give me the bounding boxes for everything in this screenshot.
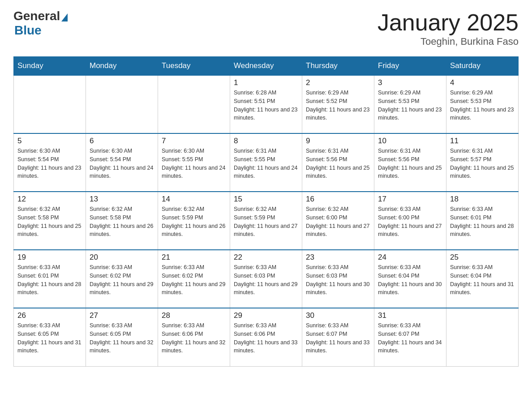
day-info: Sunrise: 6:33 AM Sunset: 6:04 PM Dayligh… (378, 263, 442, 297)
day-info: Sunrise: 6:33 AM Sunset: 6:04 PM Dayligh… (450, 263, 515, 297)
day-info: Sunrise: 6:33 AM Sunset: 6:05 PM Dayligh… (90, 321, 154, 355)
calendar-day-cell: 5Sunrise: 6:30 AM Sunset: 5:54 PM Daylig… (14, 133, 86, 192)
day-info: Sunrise: 6:32 AM Sunset: 6:00 PM Dayligh… (306, 205, 370, 239)
day-info: Sunrise: 6:33 AM Sunset: 6:07 PM Dayligh… (378, 321, 442, 355)
day-info: Sunrise: 6:31 AM Sunset: 5:56 PM Dayligh… (306, 147, 370, 180)
calendar-day-cell: 11Sunrise: 6:31 AM Sunset: 5:57 PM Dayli… (446, 133, 519, 192)
day-number: 8 (234, 137, 298, 146)
calendar-day-cell: 25Sunrise: 6:33 AM Sunset: 6:04 PM Dayli… (446, 250, 519, 308)
day-number: 5 (17, 137, 82, 146)
calendar-week-row: 1Sunrise: 6:28 AM Sunset: 5:51 PM Daylig… (14, 75, 519, 133)
calendar-week-row: 12Sunrise: 6:32 AM Sunset: 5:58 PM Dayli… (14, 192, 519, 250)
day-info: Sunrise: 6:31 AM Sunset: 5:57 PM Dayligh… (450, 147, 515, 180)
calendar-day-cell: 19Sunrise: 6:33 AM Sunset: 6:01 PM Dayli… (14, 250, 86, 308)
calendar-day-cell: 9Sunrise: 6:31 AM Sunset: 5:56 PM Daylig… (302, 133, 374, 192)
calendar-day-cell: 24Sunrise: 6:33 AM Sunset: 6:04 PM Dayli… (374, 250, 446, 308)
calendar-day-cell: 1Sunrise: 6:28 AM Sunset: 5:51 PM Daylig… (230, 75, 302, 133)
calendar-day-cell: 8Sunrise: 6:31 AM Sunset: 5:55 PM Daylig… (230, 133, 302, 192)
day-info: Sunrise: 6:33 AM Sunset: 6:03 PM Dayligh… (306, 263, 370, 297)
day-info: Sunrise: 6:30 AM Sunset: 5:54 PM Dayligh… (17, 147, 82, 180)
calendar-day-cell: 10Sunrise: 6:31 AM Sunset: 5:56 PM Dayli… (374, 133, 446, 192)
day-info: Sunrise: 6:29 AM Sunset: 5:53 PM Dayligh… (450, 89, 515, 122)
day-number: 7 (162, 137, 226, 146)
day-info: Sunrise: 6:30 AM Sunset: 5:55 PM Dayligh… (162, 147, 226, 180)
calendar-day-cell: 21Sunrise: 6:33 AM Sunset: 6:02 PM Dayli… (158, 250, 230, 308)
calendar-day-cell (14, 75, 86, 133)
month-title: January 2025 (378, 9, 519, 36)
day-number: 24 (378, 253, 442, 262)
day-number: 14 (162, 195, 226, 204)
day-info: Sunrise: 6:33 AM Sunset: 6:06 PM Dayligh… (162, 321, 226, 355)
calendar-day-header: Wednesday (230, 57, 302, 76)
calendar-day-header: Friday (374, 57, 446, 76)
location: Toeghin, Burkina Faso (378, 36, 519, 47)
calendar-week-row: 26Sunrise: 6:33 AM Sunset: 6:05 PM Dayli… (14, 308, 519, 366)
day-info: Sunrise: 6:30 AM Sunset: 5:54 PM Dayligh… (90, 147, 154, 180)
day-info: Sunrise: 6:28 AM Sunset: 5:51 PM Dayligh… (234, 89, 298, 122)
calendar-day-cell: 16Sunrise: 6:32 AM Sunset: 6:00 PM Dayli… (302, 192, 374, 250)
day-info: Sunrise: 6:31 AM Sunset: 5:56 PM Dayligh… (378, 147, 442, 180)
day-number: 19 (17, 253, 82, 262)
calendar-day-header: Thursday (302, 57, 374, 76)
day-info: Sunrise: 6:29 AM Sunset: 5:52 PM Dayligh… (306, 89, 370, 122)
day-number: 21 (162, 253, 226, 262)
day-number: 28 (162, 311, 226, 320)
day-number: 31 (378, 311, 442, 320)
calendar-day-cell (86, 75, 158, 133)
calendar-day-cell: 26Sunrise: 6:33 AM Sunset: 6:05 PM Dayli… (14, 308, 86, 366)
calendar-day-cell (446, 308, 519, 366)
title-section: January 2025 Toeghin, Burkina Faso (378, 9, 519, 47)
day-info: Sunrise: 6:33 AM Sunset: 6:03 PM Dayligh… (234, 263, 298, 297)
calendar-day-cell: 20Sunrise: 6:33 AM Sunset: 6:02 PM Dayli… (86, 250, 158, 308)
calendar-day-cell (158, 75, 230, 133)
calendar-day-cell: 7Sunrise: 6:30 AM Sunset: 5:55 PM Daylig… (158, 133, 230, 192)
day-number: 9 (306, 137, 370, 146)
day-number: 13 (90, 195, 154, 204)
calendar-week-row: 5Sunrise: 6:30 AM Sunset: 5:54 PM Daylig… (14, 133, 519, 192)
day-number: 2 (306, 78, 370, 87)
day-number: 18 (450, 195, 515, 204)
calendar-day-cell: 27Sunrise: 6:33 AM Sunset: 6:05 PM Dayli… (86, 308, 158, 366)
day-info: Sunrise: 6:33 AM Sunset: 6:06 PM Dayligh… (234, 321, 298, 355)
day-info: Sunrise: 6:32 AM Sunset: 5:59 PM Dayligh… (162, 205, 226, 239)
calendar-day-cell: 13Sunrise: 6:32 AM Sunset: 5:58 PM Dayli… (86, 192, 158, 250)
day-info: Sunrise: 6:32 AM Sunset: 5:59 PM Dayligh… (234, 205, 298, 239)
day-number: 23 (306, 253, 370, 262)
day-info: Sunrise: 6:29 AM Sunset: 5:53 PM Dayligh… (378, 89, 442, 122)
day-info: Sunrise: 6:31 AM Sunset: 5:55 PM Dayligh… (234, 147, 298, 180)
calendar-week-row: 19Sunrise: 6:33 AM Sunset: 6:01 PM Dayli… (14, 250, 519, 308)
day-info: Sunrise: 6:32 AM Sunset: 5:58 PM Dayligh… (90, 205, 154, 239)
calendar-day-cell: 17Sunrise: 6:33 AM Sunset: 6:00 PM Dayli… (374, 192, 446, 250)
day-info: Sunrise: 6:33 AM Sunset: 6:01 PM Dayligh… (450, 205, 515, 239)
day-number: 20 (90, 253, 154, 262)
day-info: Sunrise: 6:33 AM Sunset: 6:02 PM Dayligh… (162, 263, 226, 297)
day-number: 25 (450, 253, 515, 262)
day-info: Sunrise: 6:33 AM Sunset: 6:00 PM Dayligh… (378, 205, 442, 239)
calendar-day-cell: 28Sunrise: 6:33 AM Sunset: 6:06 PM Dayli… (158, 308, 230, 366)
calendar-day-cell: 14Sunrise: 6:32 AM Sunset: 5:59 PM Dayli… (158, 192, 230, 250)
calendar-table: SundayMondayTuesdayWednesdayThursdayFrid… (13, 56, 519, 367)
calendar-day-header: Tuesday (158, 57, 230, 76)
calendar-day-cell: 31Sunrise: 6:33 AM Sunset: 6:07 PM Dayli… (374, 308, 446, 366)
page-header: General Blue January 2025 Toeghin, Burki… (13, 9, 519, 47)
day-number: 22 (234, 253, 298, 262)
calendar-header-row: SundayMondayTuesdayWednesdayThursdayFrid… (14, 57, 519, 76)
day-number: 3 (378, 78, 442, 87)
logo-triangle-icon (61, 13, 68, 21)
day-number: 1 (234, 78, 298, 87)
day-number: 30 (306, 311, 370, 320)
day-info: Sunrise: 6:33 AM Sunset: 6:02 PM Dayligh… (90, 263, 154, 297)
calendar-day-cell: 4Sunrise: 6:29 AM Sunset: 5:53 PM Daylig… (446, 75, 519, 133)
day-info: Sunrise: 6:33 AM Sunset: 6:01 PM Dayligh… (17, 263, 82, 297)
calendar-day-header: Sunday (14, 57, 86, 76)
calendar-day-header: Saturday (446, 57, 519, 76)
calendar-day-cell: 12Sunrise: 6:32 AM Sunset: 5:58 PM Dayli… (14, 192, 86, 250)
calendar-day-cell: 18Sunrise: 6:33 AM Sunset: 6:01 PM Dayli… (446, 192, 519, 250)
calendar-day-cell: 23Sunrise: 6:33 AM Sunset: 6:03 PM Dayli… (302, 250, 374, 308)
day-info: Sunrise: 6:33 AM Sunset: 6:07 PM Dayligh… (306, 321, 370, 355)
day-number: 17 (378, 195, 442, 204)
day-number: 16 (306, 195, 370, 204)
calendar-day-header: Monday (86, 57, 158, 76)
day-info: Sunrise: 6:32 AM Sunset: 5:58 PM Dayligh… (17, 205, 82, 239)
day-number: 26 (17, 311, 82, 320)
